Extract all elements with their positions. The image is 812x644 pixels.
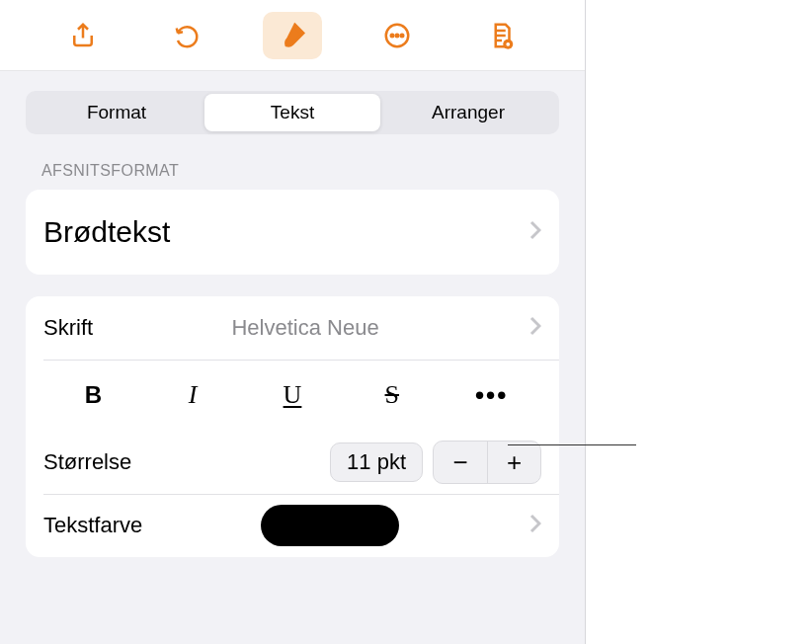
- share-button[interactable]: [53, 12, 113, 59]
- underline-button[interactable]: U: [243, 365, 343, 425]
- svg-point-1: [391, 34, 394, 37]
- text-properties-card: Skrift Helvetica Neue B I U S ••• Større…: [26, 296, 559, 557]
- svg-point-3: [401, 34, 404, 37]
- font-value: Helvetica Neue: [231, 315, 390, 341]
- text-color-label: Tekstfarve: [43, 513, 142, 538]
- top-toolbar: [0, 0, 585, 71]
- tab-arrange[interactable]: Arranger: [380, 94, 556, 131]
- svg-point-2: [396, 34, 399, 37]
- text-color-row[interactable]: Tekstfarve: [26, 494, 559, 557]
- undo-button[interactable]: [158, 12, 217, 59]
- strike-button[interactable]: S: [342, 365, 442, 425]
- size-value[interactable]: 11 pkt: [330, 443, 423, 482]
- size-decrease-button[interactable]: −: [434, 442, 487, 483]
- text-more-button[interactable]: •••: [442, 380, 541, 411]
- bold-button[interactable]: B: [43, 365, 143, 425]
- callout-line: [508, 444, 636, 445]
- format-brush-button[interactable]: [263, 12, 322, 59]
- paragraph-style-name: Brødtekst: [43, 190, 170, 275]
- section-header-paragraph: AFSNITSFORMAT: [0, 134, 585, 190]
- inspector-button[interactable]: [472, 12, 531, 59]
- size-label: Størrelse: [43, 449, 131, 475]
- chevron-right-icon: [529, 220, 541, 244]
- chevron-right-icon: [529, 514, 541, 537]
- italic-button[interactable]: I: [143, 365, 243, 425]
- size-increase-button[interactable]: +: [487, 442, 540, 483]
- svg-point-5: [506, 41, 510, 45]
- tab-format[interactable]: Format: [29, 94, 204, 131]
- segmented-tabs: Format Tekst Arranger: [0, 71, 585, 134]
- paragraph-style-card: Brødtekst: [26, 190, 559, 275]
- font-row[interactable]: Skrift Helvetica Neue: [26, 296, 559, 360]
- font-label: Skrift: [43, 315, 93, 341]
- text-style-row: B I U S •••: [26, 360, 559, 431]
- size-row: Størrelse 11 pkt − +: [26, 431, 559, 494]
- format-panel: Format Tekst Arranger AFSNITSFORMAT Brød…: [0, 0, 586, 644]
- paragraph-style-row[interactable]: Brødtekst: [26, 190, 559, 275]
- more-button[interactable]: [367, 12, 427, 59]
- chevron-right-icon: [529, 316, 541, 340]
- size-stepper: − +: [433, 441, 541, 484]
- tab-text[interactable]: Tekst: [204, 94, 380, 131]
- text-color-swatch[interactable]: [261, 505, 399, 546]
